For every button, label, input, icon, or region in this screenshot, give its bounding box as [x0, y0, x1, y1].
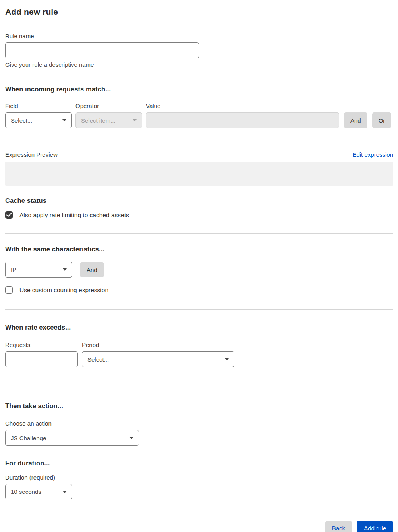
or-button[interactable]: Or [372, 112, 392, 128]
action-heading: Then take action... [5, 402, 393, 410]
requests-label: Requests [5, 341, 78, 348]
chevron-down-icon [63, 268, 67, 271]
expression-preview-box [5, 162, 393, 186]
duration-select-value: 10 seconds [11, 488, 41, 495]
and-button[interactable]: And [344, 112, 367, 128]
period-select-value: Select... [87, 356, 109, 363]
value-label: Value [146, 102, 339, 109]
counting-expression-row: Use custom counting expression [5, 286, 393, 294]
edit-expression-link[interactable]: Edit expression [352, 151, 393, 158]
characteristics-row: IP And [5, 262, 393, 278]
field-select-value: Select... [11, 117, 32, 124]
value-input [146, 112, 339, 128]
expression-preview-label: Expression Preview [5, 151, 58, 158]
field-select[interactable]: Select... [5, 112, 72, 128]
back-button[interactable]: Back [325, 521, 352, 532]
match-condition-row: Field Select... Operator Select item... … [5, 102, 393, 128]
rule-name-input[interactable] [5, 42, 199, 58]
characteristics-heading: With the same characteristics... [5, 245, 393, 253]
rate-row: Requests Period Select... [5, 341, 393, 367]
action-select-value: JS Challenge [11, 435, 46, 441]
check-icon [6, 213, 12, 217]
custom-counting-checkbox[interactable] [5, 286, 13, 294]
chevron-down-icon [62, 119, 66, 121]
chevron-down-icon [133, 119, 137, 121]
chevron-down-icon [129, 437, 133, 439]
section-divider [5, 233, 393, 234]
expression-preview-header: Expression Preview Edit expression [5, 151, 393, 158]
cache-status-heading: Cache status [5, 197, 393, 204]
page-title: Add new rule [5, 7, 393, 17]
rate-heading: When rate exceeds... [5, 324, 393, 331]
conjunction-buttons: And Or [344, 112, 391, 128]
choose-action-label: Choose an action [5, 420, 393, 427]
field-label: Field [5, 102, 72, 109]
rule-name-group: Rule name Give your rule a descriptive n… [5, 33, 199, 68]
section-divider [5, 309, 393, 310]
characteristic-select-value: IP [11, 266, 16, 273]
add-rule-form: Add new rule Rule name Give your rule a … [0, 0, 398, 532]
operator-select-value: Select item... [81, 117, 116, 124]
rule-name-label: Rule name [5, 33, 199, 39]
operator-select: Select item... [75, 112, 142, 128]
characteristics-and-button[interactable]: And [80, 262, 104, 277]
duration-heading: For duration... [5, 459, 393, 467]
cached-assets-checkbox[interactable] [5, 211, 13, 219]
add-rule-button[interactable]: Add rule [357, 521, 393, 532]
footer-actions: Back Add rule [5, 521, 393, 532]
chevron-down-icon [63, 491, 67, 493]
custom-counting-checkbox-label: Use custom counting expression [19, 287, 108, 294]
action-select[interactable]: JS Challenge [5, 430, 139, 446]
rule-name-helper: Give your rule a descriptive name [5, 61, 199, 68]
requests-input[interactable] [5, 351, 78, 367]
cache-checkbox-row: Also apply rate limiting to cached asset… [5, 211, 393, 219]
match-section-heading: When incoming requests match... [5, 85, 393, 93]
cached-assets-checkbox-label: Also apply rate limiting to cached asset… [19, 212, 129, 219]
period-label: Period [82, 341, 234, 348]
period-select[interactable]: Select... [82, 351, 234, 367]
operator-label: Operator [75, 102, 142, 109]
footer-divider [5, 511, 393, 511]
duration-label: Duration (required) [5, 474, 393, 481]
chevron-down-icon [225, 358, 229, 360]
section-divider [5, 388, 393, 388]
duration-select[interactable]: 10 seconds [5, 484, 72, 499]
characteristic-select[interactable]: IP [5, 262, 72, 278]
